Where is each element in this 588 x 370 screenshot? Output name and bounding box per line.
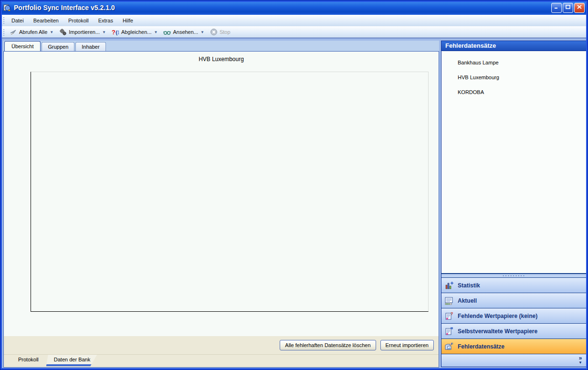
nav-item-label: Fehlerdatensätze	[458, 343, 504, 350]
compare-dropdown-icon[interactable]: ▼	[154, 30, 158, 34]
chart: HVB Luxembourg	[4, 52, 439, 336]
missing-securities-icon: ?	[444, 311, 454, 321]
compare-icon: ?{⁞	[112, 29, 119, 36]
compare-button[interactable]: ?{⁞ Abgleichen... ▼	[109, 27, 160, 37]
self-managed-securities-icon	[444, 327, 454, 336]
import-dropdown-icon[interactable]: ▼	[102, 30, 106, 34]
stop-label: Stop	[220, 29, 231, 35]
fetch-all-label: Abrufen Alle	[19, 29, 47, 35]
tab-uebersicht[interactable]: Übersicht	[4, 41, 41, 51]
list-item-bankhaus-lampe[interactable]: Bankhaus Lampe	[458, 60, 586, 65]
menu-hilfe[interactable]: Hilfe	[118, 16, 138, 25]
bottom-tab-daten-der-bank[interactable]: Daten der Bank	[46, 355, 98, 366]
nav-item-selbstverwaltete-wertpapiere[interactable]: Selbstverwaltete Wertpapiere	[441, 324, 586, 339]
sidebar-header: Fehlerdatensätze	[441, 41, 586, 51]
nav-item-fehlende-wertpapiere[interactable]: ? Fehlende Wertpapiere (keine)	[441, 308, 586, 324]
statistics-icon	[444, 281, 454, 290]
menu-datei[interactable]: Datei	[7, 16, 29, 25]
stop-button: Stop	[208, 27, 233, 37]
nav-item-statistik[interactable]: Statistik	[441, 278, 586, 293]
panel-body: HVB Luxembourg Alle fehlerhaften Datensä…	[3, 51, 439, 368]
fetch-icon	[10, 28, 17, 36]
window-title: Portfolio Sync Interface v5.2.1.0	[14, 4, 115, 11]
menu-bar: Datei Bearbeiten Protokoll Extras Hilfe	[1, 15, 588, 26]
stop-icon	[210, 28, 218, 36]
menu-protokoll[interactable]: Protokoll	[63, 16, 94, 25]
close-button[interactable]	[574, 3, 585, 13]
nav-item-label: Fehlende Wertpapiere (keine)	[458, 313, 537, 319]
menu-grip[interactable]	[2, 16, 5, 24]
list-item-kordoba[interactable]: KORDOBA	[458, 89, 586, 95]
menu-bearbeiten[interactable]: Bearbeiten	[29, 16, 63, 25]
nav-item-label: Statistik	[458, 282, 480, 289]
nav-item-label: Aktuell	[458, 297, 477, 304]
import-button[interactable]: Importieren... ▼	[57, 27, 108, 37]
import-label: Importieren...	[69, 29, 100, 35]
app-icon	[3, 4, 11, 11]
minimize-button[interactable]	[551, 3, 562, 13]
sidebar: Fehlerdatensätze Bankhaus Lampe HVB Luxe…	[441, 41, 587, 367]
tab-inhaber[interactable]: Inhaber	[75, 42, 105, 51]
main-panel: Übersicht Gruppen Inhaber HVB Luxembourg…	[3, 41, 439, 368]
toolbar: Abrufen Alle ▼ Importieren... ▼ ?{⁞ Abgl…	[1, 26, 588, 38]
nav-item-fehlerdatensaetze[interactable]: F Fehlerdatensätze	[441, 339, 586, 354]
reimport-button[interactable]: Erneut importieren	[380, 340, 434, 350]
nav-overflow-strip: » ▼	[441, 354, 586, 367]
nav-item-aktuell[interactable]: Aktuell	[441, 293, 586, 308]
bottom-tab-protokoll[interactable]: Protokoll	[10, 355, 46, 364]
sidebar-splitter[interactable]: ·········	[441, 273, 586, 278]
chevron-down-icon: ▼	[578, 360, 582, 365]
current-icon	[444, 296, 454, 306]
compare-label: Abgleichen...	[121, 29, 152, 35]
svg-text:F: F	[451, 342, 453, 346]
bottom-tabstrip: Protokoll Daten der Bank	[4, 354, 439, 367]
error-records-list: Bankhaus Lampe HVB Luxembourg KORDOBA	[441, 51, 586, 273]
menu-extras[interactable]: Extras	[94, 16, 118, 25]
delete-all-error-records-button[interactable]: Alle fehlerhaften Datensätze löschen	[280, 340, 376, 350]
action-strip: Alle fehlerhaften Datensätze löschen Ern…	[4, 336, 439, 354]
title-bar: Portfolio Sync Interface v5.2.1.0	[0, 0, 588, 15]
view-label: Ansehen...	[173, 29, 198, 35]
toolbar-grip[interactable]	[2, 28, 5, 36]
app-window: Portfolio Sync Interface v5.2.1.0 Datei …	[0, 0, 588, 370]
fetch-all-dropdown-icon[interactable]: ▼	[50, 30, 53, 34]
tab-gruppen[interactable]: Gruppen	[42, 42, 74, 51]
nav-overflow-button[interactable]: » ▼	[578, 356, 582, 365]
svg-text:?: ?	[451, 311, 453, 316]
list-item-hvb-luxembourg[interactable]: HVB Luxembourg	[458, 74, 586, 80]
error-records-icon: F	[444, 342, 454, 351]
view-dropdown-icon[interactable]: ▼	[200, 30, 204, 34]
view-icon	[163, 28, 171, 36]
chart-plot-area	[31, 72, 429, 312]
nav-item-label: Selbstverwaltete Wertpapiere	[458, 328, 537, 335]
chart-title: HVB Luxembourg	[4, 56, 439, 63]
view-button[interactable]: Ansehen... ▼	[161, 27, 207, 37]
import-icon	[59, 28, 67, 36]
top-tabstrip: Übersicht Gruppen Inhaber	[3, 41, 439, 51]
fetch-all-button[interactable]: Abrufen Alle ▼	[7, 27, 56, 37]
maximize-button[interactable]	[563, 3, 573, 13]
